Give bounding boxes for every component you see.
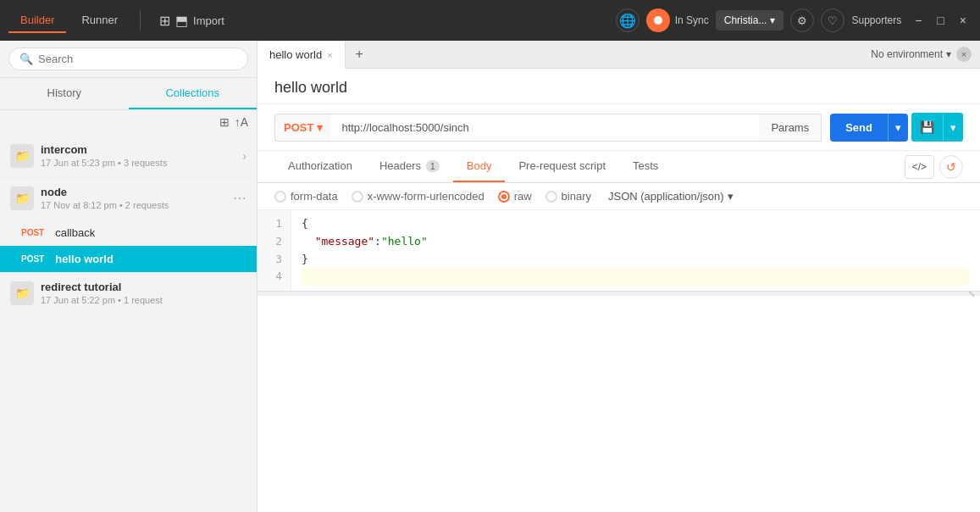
code-content: { "message":"hello" } xyxy=(291,210,980,291)
method-chevron-icon: ▾ xyxy=(317,121,323,134)
request-item-callback[interactable]: POST callback xyxy=(0,220,257,246)
body-options: form-data x-www-form-urlencoded raw bina… xyxy=(257,183,980,210)
collection-name-redirect: redirect tutorial xyxy=(41,281,246,293)
resize-corner-icon: ⤡ xyxy=(968,289,975,298)
radio-label-form-data: form-data xyxy=(291,190,338,203)
add-tab-button[interactable]: + xyxy=(346,42,374,67)
chevron-down-icon: ▾ xyxy=(770,14,775,26)
tab-label-hello-world: hello world xyxy=(269,48,322,61)
collection-name-intercom: intercom xyxy=(41,143,235,156)
search-bar: 🔍 xyxy=(0,41,257,78)
line-num-2: 2 xyxy=(266,233,282,251)
method-label: POST xyxy=(284,121,313,134)
collection-info-intercom: intercom 17 Jun at 5:23 pm • 3 requests xyxy=(41,143,235,168)
environment-clear-button[interactable]: × xyxy=(956,47,972,62)
window-controls: − □ × xyxy=(910,12,972,29)
sidebar: 🔍 History Collections ⊞ ↑A 📁 intercom xyxy=(0,41,257,512)
import-button[interactable]: ⊞ ⬒ Import xyxy=(151,8,233,34)
request-tabs: Authorization Headers 1 Body Pre-request… xyxy=(257,151,980,183)
code-bracket-open: { xyxy=(302,217,308,230)
collection-folder-icon-node: 📁 xyxy=(10,186,34,210)
code-area: 1 2 3 4 { "message":"hello" } xyxy=(257,210,980,291)
search-icon: 🔍 xyxy=(19,53,33,65)
collection-item-intercom[interactable]: 📁 intercom 17 Jun at 5:23 pm • 3 request… xyxy=(0,135,257,177)
code-line-1: { xyxy=(302,215,970,233)
topbar-right: 🌐 In Sync Christia... ▾ ⚙ ♡ Supporters xyxy=(616,8,901,32)
sidebar-toolbar: ⊞ ↑A xyxy=(0,110,257,135)
environment-label: No environment xyxy=(871,48,943,60)
format-label: JSON (application/json) xyxy=(608,190,724,203)
method-badge-post: POST xyxy=(17,226,48,239)
request-tab-hello-world[interactable]: hello world × xyxy=(257,42,346,69)
format-select[interactable]: JSON (application/json) ▾ xyxy=(608,190,734,203)
code-line-2: "message":"hello" xyxy=(302,233,970,251)
maximize-button[interactable]: □ xyxy=(932,12,949,29)
request-name-callback: callback xyxy=(55,226,95,239)
more-icon-node[interactable]: ⋯ xyxy=(233,190,246,206)
tab-headers[interactable]: Headers 1 xyxy=(366,151,453,182)
chevron-down-icon-env: ▾ xyxy=(946,48,951,60)
settings-icon-btn[interactable]: ⚙ xyxy=(790,8,814,32)
import-icon2: ⬒ xyxy=(175,13,188,29)
folder-icon-redirect: 📁 xyxy=(15,287,30,300)
radio-binary[interactable]: binary xyxy=(545,190,591,203)
url-bar: POST ▾ Params Send ▾ 💾 ▾ xyxy=(257,104,980,151)
code-line-3: } xyxy=(302,251,970,269)
method-select[interactable]: POST ▾ xyxy=(274,114,331,142)
save-button-wrap: 💾 ▾ xyxy=(911,113,963,142)
params-button[interactable]: Params xyxy=(759,114,822,142)
tab-body[interactable]: Body xyxy=(453,151,506,182)
sync-button[interactable]: In Sync xyxy=(646,8,709,32)
user-label: Christia... xyxy=(724,14,767,26)
tab-tests[interactable]: Tests xyxy=(619,151,672,182)
radio-label-raw: raw xyxy=(514,190,532,203)
resize-handle[interactable]: ⤡ xyxy=(257,291,980,296)
request-title: hello world xyxy=(274,79,963,97)
radio-raw[interactable]: raw xyxy=(498,190,532,203)
radio-dot-form-data xyxy=(274,191,286,203)
save-button[interactable]: 💾 xyxy=(911,113,943,142)
collection-meta-redirect: 17 Jun at 5:22 pm • 1 request xyxy=(41,295,246,305)
sidebar-tab-collections[interactable]: Collections xyxy=(129,78,257,109)
code-value-hello: "hello" xyxy=(381,235,428,248)
code-bracket-close: } xyxy=(302,253,308,265)
collection-item-redirect[interactable]: 📁 redirect tutorial 17 Jun at 5:22 pm • … xyxy=(0,272,257,314)
import-label: Import xyxy=(193,14,224,27)
code-editor[interactable]: 1 2 3 4 { "message":"hello" } xyxy=(257,210,980,512)
send-dropdown-button[interactable]: ▾ xyxy=(888,114,908,142)
close-button[interactable]: × xyxy=(955,12,972,29)
code-view-button[interactable]: </> xyxy=(905,155,934,179)
heart-icon-btn[interactable]: ♡ xyxy=(821,8,844,32)
code-colon: : xyxy=(374,235,381,248)
restore-button[interactable]: ↺ xyxy=(939,155,963,179)
sort-button[interactable]: ↑A xyxy=(235,115,248,129)
radio-form-data[interactable]: form-data xyxy=(274,190,338,203)
sidebar-tab-history[interactable]: History xyxy=(0,78,129,109)
supporters-label[interactable]: Supporters xyxy=(851,14,901,26)
new-folder-button[interactable]: ⊞ xyxy=(219,115,230,129)
request-name-hello-world: hello world xyxy=(55,253,114,265)
globe-icon-btn[interactable]: 🌐 xyxy=(616,8,639,32)
url-input[interactable] xyxy=(331,114,759,142)
req-tabs-right: </> ↺ xyxy=(905,155,963,179)
user-button[interactable]: Christia... ▾ xyxy=(716,10,784,31)
tab-runner[interactable]: Runner xyxy=(69,8,130,33)
sync-dot-inner xyxy=(654,16,662,25)
line-num-3: 3 xyxy=(266,251,282,269)
send-button[interactable]: Send xyxy=(830,114,888,142)
tab-pre-request[interactable]: Pre-request script xyxy=(505,151,619,182)
import-icon: ⊞ xyxy=(159,13,170,29)
folder-icon-node: 📁 xyxy=(15,192,30,205)
tab-authorization[interactable]: Authorization xyxy=(274,151,366,182)
tab-close-icon[interactable]: × xyxy=(327,50,332,60)
request-item-hello-world[interactable]: POST hello world xyxy=(0,246,257,272)
topbar-divider xyxy=(140,10,141,31)
search-input[interactable] xyxy=(38,53,237,65)
save-dropdown-button[interactable]: ▾ xyxy=(943,114,963,142)
radio-urlencoded[interactable]: x-www-form-urlencoded xyxy=(352,190,484,203)
minimize-button[interactable]: − xyxy=(910,12,927,29)
environment-select[interactable]: No environment ▾ xyxy=(871,48,951,60)
tab-builder[interactable]: Builder xyxy=(8,8,66,33)
collection-item-node[interactable]: 📁 node 17 Nov at 8:12 pm • 2 requests ⋯ xyxy=(0,177,257,220)
sidebar-tabs: History Collections xyxy=(0,78,257,110)
